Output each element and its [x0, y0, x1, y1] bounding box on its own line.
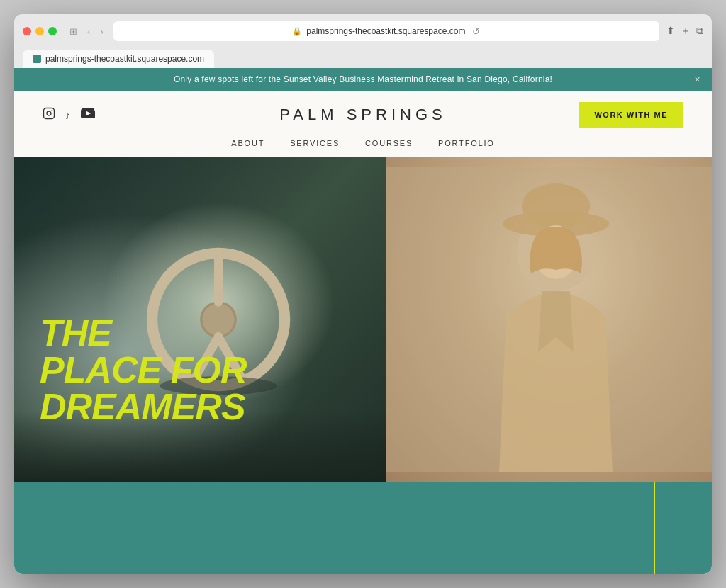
social-icons: ♪ — [43, 107, 95, 123]
headline-line-1: THE — [40, 315, 246, 351]
youtube-icon[interactable] — [81, 108, 95, 121]
url-text: palmsprings-thecoastkit.squarespace.com — [306, 26, 465, 36]
forward-button[interactable]: › — [97, 25, 106, 38]
browser-window: ⊞ ‹ › 🔒 palmsprings-thecoastkit.squaresp… — [14, 14, 712, 574]
hero-right-panel — [386, 157, 712, 482]
teal-divider — [654, 482, 655, 574]
svg-rect-0 — [44, 108, 55, 119]
share-icon[interactable]: ⬆ — [666, 25, 675, 38]
site-header: ♪ PALM SPRINGS WORK WITH ME — [14, 91, 712, 139]
svg-rect-14 — [386, 167, 712, 472]
tabs-icon[interactable]: ⧉ — [696, 25, 703, 38]
headline-line-3: DREAMERS — [40, 388, 246, 425]
work-with-me-button[interactable]: WORK WITH ME — [579, 102, 683, 128]
website-content: Only a few spots left for the Sunset Val… — [14, 68, 712, 574]
nav-portfolio[interactable]: PORTFOLIO — [438, 139, 495, 147]
browser-dots — [23, 27, 57, 35]
minimize-dot[interactable] — [35, 27, 44, 35]
browser-nav-controls: ⊞ ‹ › — [67, 25, 106, 38]
tab-favicon — [33, 55, 41, 63]
teal-section — [14, 482, 712, 574]
hero-section: THE PLACE FOR DREAMERS — [14, 157, 712, 482]
active-tab[interactable]: palmsprings-thecoastkit.squarespace.com — [23, 50, 214, 68]
refresh-icon[interactable]: ↺ — [472, 26, 480, 37]
hero-left-panel: THE PLACE FOR DREAMERS — [14, 157, 386, 482]
sidebar-toggle-icon[interactable]: ⊞ — [67, 25, 80, 38]
svg-point-2 — [51, 110, 52, 111]
nav-services[interactable]: SERVICES — [290, 139, 340, 147]
browser-actions: ⬆ ＋ ⧉ — [666, 25, 703, 38]
instagram-icon[interactable] — [43, 107, 55, 123]
site-title: PALM SPRINGS — [279, 106, 446, 124]
announcement-text: Only a few spots left for the Sunset Val… — [174, 74, 552, 84]
maximize-dot[interactable] — [48, 27, 57, 35]
headline-line-2: PLACE FOR — [40, 351, 246, 388]
tiktok-icon[interactable]: ♪ — [65, 109, 71, 121]
browser-tabs: palmsprings-thecoastkit.squarespace.com — [23, 50, 703, 68]
address-bar[interactable]: 🔒 palmsprings-thecoastkit.squarespace.co… — [113, 21, 659, 41]
svg-point-1 — [47, 111, 51, 115]
nav-about[interactable]: ABOUT — [231, 139, 264, 147]
browser-chrome: ⊞ ‹ › 🔒 palmsprings-thecoastkit.squaresp… — [14, 14, 712, 68]
close-dot[interactable] — [23, 27, 31, 35]
announcement-bar: Only a few spots left for the Sunset Val… — [14, 68, 712, 91]
back-button[interactable]: ‹ — [84, 25, 93, 38]
main-navigation: ABOUT SERVICES COURSES PORTFOLIO — [14, 139, 712, 157]
nav-courses[interactable]: COURSES — [365, 139, 413, 147]
new-tab-icon[interactable]: ＋ — [681, 25, 691, 38]
announcement-close-button[interactable]: × — [695, 74, 700, 85]
tab-title: palmsprings-thecoastkit.squarespace.com — [45, 54, 204, 64]
browser-titlebar: ⊞ ‹ › 🔒 palmsprings-thecoastkit.squaresp… — [23, 21, 703, 41]
lock-icon: 🔒 — [292, 27, 302, 36]
hero-headline: THE PLACE FOR DREAMERS — [40, 315, 246, 425]
